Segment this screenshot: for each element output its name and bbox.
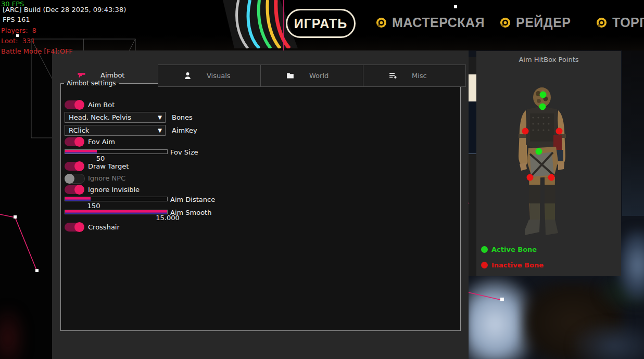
bones-selected-value: Head, Neck, Pelvis (69, 113, 158, 121)
toggle-knob (74, 222, 84, 232)
aim-bot-row: Aim Bot (65, 100, 457, 112)
menu-item-label: ТОРГО (612, 15, 644, 30)
menu-item-label: РЕЙДЕР (516, 15, 571, 30)
ignore-npc-row: Ignore NPC (65, 174, 457, 185)
inactive-bone-dot (481, 262, 488, 268)
fov-aim-toggle[interactable] (65, 137, 84, 146)
aim-bot-toggle[interactable] (65, 100, 84, 109)
inactive-bone-label: Inactive Bone (491, 261, 544, 269)
hitbox-point-pelvis (536, 148, 542, 155)
aim-distance-slider[interactable] (65, 197, 168, 201)
ignore-npc-label: Ignore NPC (88, 174, 125, 182)
hitbox-point-left-hand (527, 174, 534, 181)
hitbox-point-neck (539, 104, 546, 110)
fov-size-label: Fov Size (170, 148, 198, 156)
hitbox-points-layer (476, 51, 621, 276)
draw-target-toggle[interactable] (65, 162, 84, 171)
tab-label: World (309, 72, 329, 80)
cheat-menu-panel: Aimbot Visuals World Misc (52, 50, 469, 359)
hitbox-preview-panel: Aim HitBox Points (476, 51, 621, 276)
crosshair-toggle[interactable] (65, 223, 84, 232)
pistol-icon (77, 71, 86, 80)
fov-aim-label: Fov Aim (88, 138, 115, 146)
person-icon (183, 71, 192, 80)
aimbot-settings-group: Aimbot settings Aim Bot Head, Neck, Pelv… (60, 80, 461, 331)
active-bone-label: Active Bone (491, 246, 537, 253)
menu-item-raider[interactable]: РЕЙДЕР (500, 15, 571, 30)
menu-item-label: МАСТЕРСКАЯ (392, 15, 485, 30)
toggle-knob (74, 137, 84, 147)
tab-aimbot[interactable]: Aimbot (52, 65, 157, 86)
tab-world[interactable]: World (260, 65, 363, 87)
battle-mode-text: Battle Mode [F4]:OFF (1, 47, 73, 55)
ignore-invisible-label: Ignore Invisible (88, 186, 140, 194)
tab-visuals[interactable]: Visuals (158, 65, 261, 87)
crosshair-label: Crosshair (88, 223, 120, 231)
draw-target-row: Draw Target (65, 162, 457, 173)
crosshair-row: Crosshair (65, 223, 457, 234)
draw-target-label: Draw Target (88, 162, 129, 170)
tab-label: Aimbot (100, 71, 124, 79)
toggle-knob (74, 100, 84, 110)
aim-smooth-slider[interactable] (65, 210, 168, 214)
active-bone-dot (481, 246, 488, 253)
hitbox-point-right-hand (548, 174, 555, 181)
chevron-down-icon: ▼ (158, 114, 162, 120)
debug-hud: 30 FPS [ARC] Build (Dec 28 2025, 09:43:3… (0, 0, 9, 62)
slider-fill (65, 150, 97, 153)
ignore-npc-toggle[interactable] (65, 174, 85, 184)
screen: ИГРАТЬ МАСТЕРСКАЯ РЕЙДЕР ТОРГО 30 FPS [A… (0, 0, 644, 359)
aim-distance-label: Aim Distance (170, 196, 215, 203)
slider-fill (65, 197, 91, 201)
fov-size-value: 50 (96, 155, 105, 162)
aimkey-row: RClick ▼ AimKey (65, 125, 457, 136)
play-button[interactable]: ИГРАТЬ (286, 9, 356, 38)
coin-icon (596, 17, 607, 28)
fps-text: FPS 161 (3, 16, 30, 23)
folder-icon (286, 71, 295, 80)
tab-misc[interactable]: Misc (363, 65, 466, 87)
chevron-down-icon: ▼ (158, 127, 162, 133)
hitbox-point-head (540, 92, 547, 98)
aim-smooth-value: 15.000 (156, 214, 180, 222)
coin-icon (376, 17, 387, 28)
bones-select[interactable]: Head, Neck, Pelvis ▼ (65, 112, 166, 123)
hitbox-point-left-elbow (522, 128, 529, 135)
toggle-knob (74, 185, 84, 195)
menu-item-traders[interactable]: ТОРГО (596, 15, 644, 30)
toggle-knob (74, 161, 84, 171)
tab-label: Misc (412, 72, 427, 80)
slider-fill (65, 210, 167, 214)
players-text: Players: 8 (1, 27, 36, 34)
build-text: [ARC] Build (Dec 28 2025, 09:43:38) (3, 6, 126, 14)
aimkey-selected-value: RClick (69, 126, 158, 134)
ignore-invisible-toggle[interactable] (65, 185, 84, 194)
toggle-knob (65, 174, 74, 184)
aim-distance-value: 150 (87, 202, 100, 210)
bones-label: Bones (172, 113, 193, 121)
aimkey-select[interactable]: RClick ▼ (65, 125, 166, 136)
aim-bot-label: Aim Bot (88, 101, 115, 109)
bones-row: Head, Neck, Pelvis ▼ Bones (65, 112, 457, 123)
legend-active-bone: Active Bone (481, 246, 537, 253)
tab-label: Visuals (207, 72, 231, 80)
coin-icon (500, 17, 511, 28)
hitbox-point-right-elbow (556, 128, 563, 135)
ignore-invisible-row: Ignore Invisible (65, 185, 457, 197)
aimkey-label: AimKey (172, 126, 197, 134)
fov-size-slider[interactable] (65, 149, 168, 154)
legend-inactive-bone: Inactive Bone (481, 261, 544, 269)
fov-aim-row: Fov Aim (65, 137, 457, 149)
menu-item-workshop[interactable]: МАСТЕРСКАЯ (376, 15, 485, 30)
playlist-add-icon (388, 71, 397, 80)
loot-text: Loot: 331 (1, 37, 35, 45)
